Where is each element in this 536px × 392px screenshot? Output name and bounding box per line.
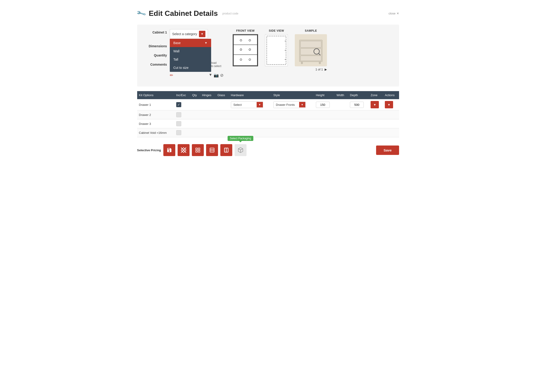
tools-cross-icon [180, 147, 187, 153]
dropdown-item-base[interactable]: Base ▼ [170, 39, 211, 47]
product-code-label: product code [222, 12, 238, 15]
save-pricing-button[interactable] [163, 144, 175, 156]
dropdown-item-wall[interactable]: Wall [170, 47, 211, 55]
front-view-label: FRONT VIEW [233, 29, 258, 32]
table-row: Drawer 2 [137, 110, 399, 119]
sample-block: SAMPLE [295, 29, 327, 71]
form-fields: Cabinet 1 Select a category ▼ Base ▼ Wal… [144, 29, 224, 82]
actions-dropdown[interactable]: ▼ [385, 101, 393, 108]
grid-icon [195, 147, 201, 153]
side-view-label: SIDE VIEW [265, 29, 288, 32]
close-button[interactable]: close ✕ [389, 12, 399, 15]
svg-rect-18 [301, 62, 303, 64]
packaging-button[interactable]: Select Packaging [235, 144, 247, 156]
sample-image[interactable] [295, 34, 327, 66]
category-wrapper: Select a category ▼ Base ▼ Wall Ta [170, 29, 208, 39]
next-icon[interactable]: ▶ [325, 68, 327, 71]
camera-icon[interactable]: 📷 [214, 73, 219, 78]
selective-pricing-area: Selective Pricing [137, 144, 247, 156]
views-section: FRONT VIEW [233, 29, 392, 82]
col-kit-options: Kit Options [137, 91, 174, 99]
side-view-block: SIDE VIEW [265, 29, 288, 67]
table-row: Cabinet Void =16mm [137, 128, 399, 137]
column-icon [223, 147, 229, 153]
selective-pricing-label: Selective Pricing [137, 149, 161, 152]
checkbox-unchecked[interactable] [176, 121, 181, 126]
col-hinges: Hinges [200, 91, 215, 99]
table-row: Drawer 1 ✓ Select ▼ Drawer Fronts ▼ [137, 99, 399, 110]
checkbox-unchecked[interactable] [176, 112, 181, 117]
svg-rect-9 [265, 34, 288, 66]
category-chevron-icon: ▼ [199, 31, 205, 37]
svg-rect-19 [319, 62, 321, 64]
dropdown-arrow-icon[interactable]: ▼ [209, 73, 212, 78]
style-select[interactable]: Drawer Fronts ▼ [273, 102, 306, 108]
zone-dropdown[interactable]: ▼ [370, 101, 379, 108]
inc-exc-checkbox[interactable]: ✓ [174, 99, 190, 110]
packaging-tooltip: Select Packaging [228, 136, 253, 141]
depth-input[interactable] [350, 102, 364, 108]
svg-rect-0 [233, 35, 257, 66]
side-view-svg [265, 34, 288, 66]
kit-option-name: Drawer 3 [137, 119, 174, 128]
panel-icon [209, 147, 215, 153]
col-width: Width [335, 91, 348, 99]
category-select-button[interactable]: Select a category ▼ [170, 29, 208, 39]
wrench-icon: 🔧 [136, 8, 147, 19]
quantity-label: Quantity [144, 52, 167, 57]
hardware-select[interactable]: Select ▼ [231, 102, 263, 108]
svg-rect-26 [196, 150, 197, 152]
form-section: Cabinet 1 Select a category ▼ Base ▼ Wal… [137, 24, 399, 87]
package-box-icon [237, 147, 243, 153]
panel-button[interactable] [206, 144, 218, 156]
svg-line-33 [238, 149, 241, 150]
bottom-bar: Selective Pricing [137, 144, 399, 156]
kit-option-name: Drawer 2 [137, 110, 174, 119]
base-arrow-icon: ▼ [205, 41, 208, 45]
grid-button[interactable] [192, 144, 204, 156]
style-chevron-icon[interactable]: ▼ [299, 102, 305, 107]
front-view-svg [233, 34, 258, 66]
column-button[interactable] [220, 144, 232, 156]
svg-rect-17 [300, 56, 321, 61]
floppy-icon [166, 147, 172, 153]
table-header-row: Kit Options Inc/Exc Qty Hinges Glass Har… [137, 91, 399, 99]
cabinet-sample-svg [296, 35, 326, 65]
col-style: Style [271, 91, 314, 99]
cabinet-label: Cabinet 1 [144, 29, 167, 34]
svg-line-34 [241, 149, 243, 150]
title-area: 🔧 Edit Cabinet Details product code [137, 9, 238, 18]
col-glass: Glass [215, 91, 229, 99]
sample-label: SAMPLE [295, 29, 327, 32]
save-button[interactable]: Save [376, 145, 399, 155]
dropdown-item-cut-to-size[interactable]: Cut to size [170, 64, 211, 72]
hardware-chevron-icon[interactable]: ▼ [257, 102, 263, 107]
dropdown-item-tall[interactable]: Tall [170, 55, 211, 64]
svg-rect-28 [210, 148, 214, 152]
col-hardware: Hardware [229, 91, 271, 99]
checkbox-unchecked[interactable] [176, 130, 181, 135]
no-image-icon[interactable]: ⊘ [220, 73, 223, 78]
col-depth: Depth [348, 91, 369, 99]
svg-rect-15 [300, 41, 321, 47]
kit-option-name: Drawer 1 [137, 99, 174, 110]
kit-options-table: Kit Options Inc/Exc Qty Hinges Glass Har… [137, 91, 399, 137]
page-header: 🔧 Edit Cabinet Details product code clos… [137, 9, 399, 18]
category-dropdown-menu: Base ▼ Wall Tall Cut to size [170, 39, 211, 72]
svg-rect-24 [196, 148, 197, 150]
svg-rect-27 [198, 150, 200, 152]
kit-option-name: Cabinet Void =16mm [137, 128, 174, 137]
tools-button[interactable] [178, 144, 190, 156]
height-input[interactable] [316, 102, 330, 108]
table-row: Drawer 3 [137, 119, 399, 128]
front-view-block: FRONT VIEW [233, 29, 258, 67]
comments-label: Comments [144, 61, 167, 66]
col-inc-exc: Inc/Exc [174, 91, 190, 99]
dimensions-label: Dimensions [144, 43, 167, 48]
col-actions: Actions [383, 91, 399, 99]
col-height: Height [314, 91, 335, 99]
col-qty: Qty [190, 91, 200, 99]
pagination: 1 of 1 ▶ [295, 68, 327, 71]
page-title: Edit Cabinet Details [149, 9, 218, 18]
checkbox-checked-icon[interactable]: ✓ [176, 102, 181, 107]
